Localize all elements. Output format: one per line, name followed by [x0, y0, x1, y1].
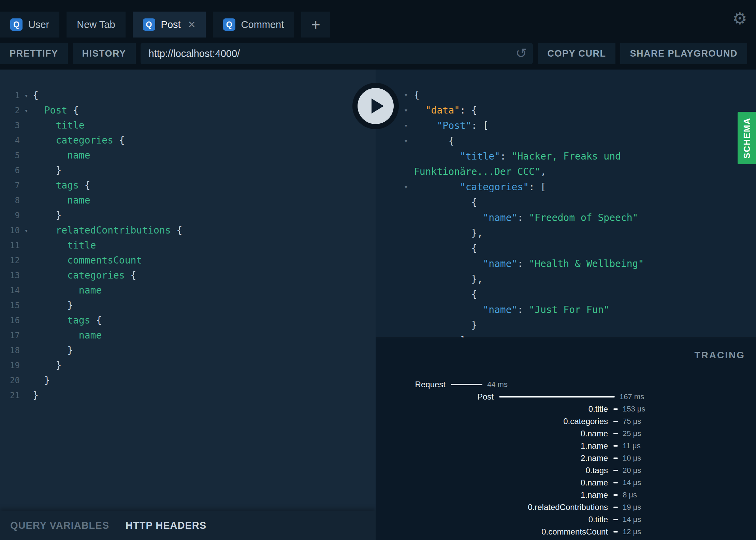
fold-arrow-icon[interactable]: ▾	[398, 103, 414, 118]
query-line: 15 }	[0, 298, 376, 313]
line-number: 7	[0, 178, 20, 193]
http-headers-tab[interactable]: HTTP HEADERS	[126, 520, 206, 531]
trace-row: 1.name8 μs	[376, 489, 756, 501]
trace-label: 1.name	[376, 490, 613, 500]
response-line: ▾ "data": {	[376, 103, 756, 118]
fold-arrow-icon	[20, 163, 33, 178]
trace-label: 0.title	[376, 515, 613, 524]
tracing-panel: TRACING Request44 msPost167 ms0.title153…	[376, 338, 756, 540]
line-number: 10	[0, 223, 20, 238]
line-number: 13	[0, 268, 20, 283]
fold-arrow-icon[interactable]: ▾	[398, 179, 414, 195]
tab-bar: QUserNew TabQPost×QComment + ⚙	[0, 0, 756, 38]
query-line: 18 }	[0, 343, 376, 358]
history-button[interactable]: HISTORY	[73, 43, 136, 64]
play-button-circle	[358, 88, 394, 124]
trace-row: 0.categories75 μs	[376, 415, 756, 427]
fold-arrow-icon	[20, 193, 33, 208]
url-bar: ↺	[141, 43, 533, 64]
trace-time: 153 μs	[623, 405, 645, 414]
line-number: 4	[0, 133, 20, 148]
tab-comment[interactable]: QComment	[213, 12, 294, 38]
trace-duration-bar	[613, 519, 618, 520]
query-line: 5 name	[0, 148, 376, 163]
execute-query-button[interactable]	[352, 83, 399, 129]
fold-arrow-icon	[20, 238, 33, 253]
share-playground-button[interactable]: SHARE PLAYGROUND	[620, 43, 747, 64]
trace-label: 0.title	[376, 404, 613, 414]
bottom-tab-bar: QUERY VARIABLES HTTP HEADERS	[0, 511, 376, 540]
fold-arrow-icon	[398, 164, 414, 179]
query-code-text: relatedContributions {	[33, 223, 182, 238]
query-code-text: tags {	[33, 313, 102, 328]
tab-label: Post	[161, 19, 181, 30]
query-line: 13 categories {	[0, 268, 376, 283]
trace-time: 14 μs	[623, 515, 641, 524]
trace-row: Request44 ms	[376, 378, 756, 391]
fold-arrow-icon[interactable]: ▾	[20, 223, 33, 238]
settings-gear-icon[interactable]: ⚙	[732, 10, 747, 27]
trace-label: 1.name	[376, 441, 613, 451]
fold-arrow-icon[interactable]: ▾	[398, 87, 414, 103]
line-number: 17	[0, 328, 20, 343]
line-number: 12	[0, 253, 20, 268]
tab-close-icon[interactable]: ×	[188, 18, 195, 31]
play-icon	[372, 99, 384, 114]
query-line: 10▾ relatedContributions {	[0, 223, 376, 238]
response-code-text: Funktionäre...Der CCC",	[414, 164, 546, 179]
trace-duration-bar	[613, 507, 618, 508]
query-line: 19 }	[0, 358, 376, 373]
trace-time: 20 μs	[623, 466, 641, 475]
trace-duration-bar	[613, 531, 618, 532]
trace-duration-bar	[613, 494, 618, 496]
fold-arrow-icon[interactable]: ▾	[20, 88, 33, 103]
trace-row: 0.title14 μs	[376, 513, 756, 526]
trace-duration-bar	[613, 482, 618, 483]
trace-time: 75 μs	[623, 417, 641, 426]
fold-arrow-icon	[398, 271, 414, 287]
trace-row: 0.commentsCount12 μs	[376, 526, 756, 538]
endpoint-url-input[interactable]	[141, 43, 533, 64]
main-split: 1▾{2▾ Post {3 title4 categories {5 name6…	[0, 70, 756, 540]
schema-side-tab[interactable]: SCHEMA	[738, 112, 756, 164]
fold-arrow-icon[interactable]: ▾	[398, 133, 414, 149]
line-number: 6	[0, 163, 20, 178]
line-number: 9	[0, 208, 20, 223]
trace-duration-bar	[613, 470, 618, 471]
query-code-text: }	[33, 388, 39, 403]
trace-time: 10 μs	[623, 454, 641, 463]
response-line: }	[376, 317, 756, 333]
fold-arrow-icon	[398, 149, 414, 164]
line-number: 3	[0, 118, 20, 133]
query-variables-tab[interactable]: QUERY VARIABLES	[10, 520, 109, 531]
graphql-playground-window: QUserNew TabQPost×QComment + ⚙ PRETTIFY …	[0, 0, 756, 540]
query-editor[interactable]: 1▾{2▾ Post {3 title4 categories {5 name6…	[0, 70, 376, 511]
query-code-text: }	[33, 358, 61, 373]
response-code-text: {	[414, 87, 420, 103]
add-tab-button[interactable]: +	[301, 12, 330, 38]
tab-user[interactable]: QUser	[0, 12, 59, 38]
response-code-text: {	[414, 195, 477, 210]
response-code-text: {	[414, 133, 454, 149]
trace-label: 0.categories	[376, 417, 613, 426]
query-code-text: {	[33, 88, 39, 103]
query-code-text: title	[33, 238, 96, 253]
fold-arrow-icon[interactable]: ▾	[398, 118, 414, 133]
response-line: "name": "Freedom of Speech"	[376, 210, 756, 225]
tab-new-tab[interactable]: New Tab	[67, 12, 125, 38]
copy-curl-button[interactable]: COPY CURL	[538, 43, 615, 64]
prettify-button[interactable]: PRETTIFY	[0, 43, 68, 64]
trace-row: 0.name14 μs	[376, 477, 756, 489]
trace-label: 0.name	[376, 478, 613, 487]
tab-post[interactable]: QPost×	[133, 12, 206, 38]
query-code-text: tags {	[33, 178, 90, 193]
line-number: 1	[0, 88, 20, 103]
query-line: 8 name	[0, 193, 376, 208]
fold-arrow-icon	[20, 133, 33, 148]
query-line: 4 categories {	[0, 133, 376, 148]
reload-icon[interactable]: ↺	[515, 45, 527, 61]
line-number: 18	[0, 343, 20, 358]
query-code-text: name	[33, 328, 102, 343]
fold-arrow-icon[interactable]: ▾	[20, 103, 33, 118]
trace-row: 0.tags20 μs	[376, 464, 756, 477]
